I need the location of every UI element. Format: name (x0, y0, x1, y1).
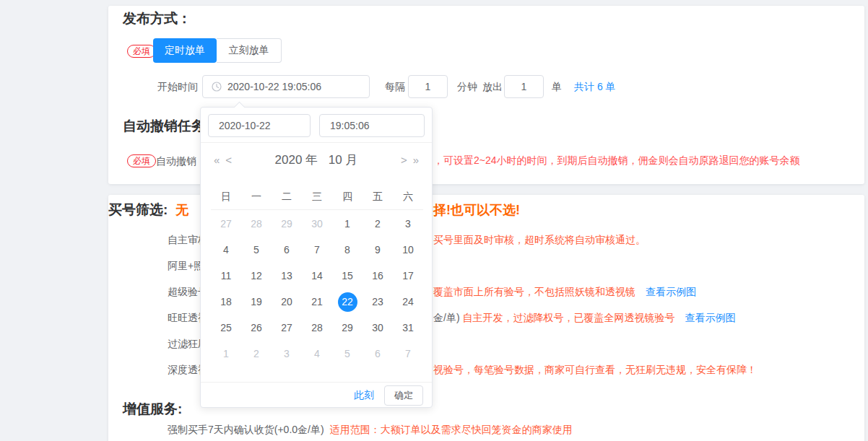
minutes-label: 分钟 (457, 75, 477, 98)
weekday-label: 二 (272, 183, 302, 209)
calendar-day[interactable]: 29 (332, 315, 363, 341)
calendar-day[interactable]: 7 (302, 237, 332, 263)
now-button[interactable]: 此刻 (354, 389, 374, 402)
note-fragment: 金/单) (433, 312, 460, 323)
weekday-label: 一 (241, 183, 272, 209)
required-badge: 必填 (127, 154, 156, 167)
picker-time-input[interactable]: 19:05:06 (319, 114, 425, 137)
calendar-day[interactable]: 21 (302, 289, 332, 315)
required-badge: 必填 (127, 45, 156, 58)
calendar-day[interactable]: 19 (241, 289, 272, 315)
release-count-input[interactable]: 1 (504, 75, 544, 98)
year-link[interactable]: 2020 年 (275, 153, 318, 167)
calendar-day[interactable]: 17 (393, 263, 423, 289)
next-year-button[interactable]: » (413, 154, 419, 166)
calendar-day[interactable]: 9 (363, 237, 393, 263)
auto-cancel-note: ，可设置2~24小时的时间，到期后自动撤销，佣金则会自动原路退回您的账号余额 (433, 154, 800, 167)
calendar-day[interactable]: 23 (363, 289, 393, 315)
calendar-day[interactable]: 7 (393, 341, 423, 367)
every-label: 每隔 (385, 75, 405, 98)
calendar-day[interactable]: 5 (241, 237, 272, 263)
addon-row-label-text: 强制买手7天内确认收货(+0.0金/单) (168, 424, 324, 435)
calendar-day[interactable]: 18 (211, 289, 241, 315)
picker-year-month: 2020 年 10 月 (232, 152, 401, 168)
cancel-section-title: 自动撤销任务 (123, 118, 205, 134)
picker-nav: « < 2020 年 10 月 > » (201, 142, 432, 177)
calendar-day[interactable]: 31 (393, 315, 423, 341)
calendar-day[interactable]: 27 (272, 315, 302, 341)
filter-row-note: 买号里面及时审核，超时系统将自动审核通过。 (433, 232, 646, 247)
addon-row-note: 适用范围：大额订单以及需求尽快回笼资金的商家使用 (330, 424, 573, 435)
calendar-day[interactable]: 8 (332, 237, 363, 263)
calendar-day[interactable]: 2 (363, 211, 393, 237)
calendar-day[interactable]: 11 (211, 263, 241, 289)
prev-month-button[interactable]: < (225, 154, 232, 166)
weekday-label: 三 (302, 183, 332, 209)
publish-mode-tabs: 定时放单 立刻放单 (153, 38, 282, 63)
filter-hint-right: 择!也可以不选! (433, 201, 520, 219)
calendar-day[interactable]: 24 (393, 289, 423, 315)
calendar-day[interactable]: 30 (363, 315, 393, 341)
example-link[interactable]: 查看示例图 (685, 312, 736, 323)
calendar-day[interactable]: 28 (241, 211, 272, 237)
calendar-days: 2728293012345678910111213141516171819202… (211, 211, 423, 367)
calendar-day[interactable]: 28 (302, 315, 332, 341)
calendar-day[interactable]: 5 (332, 341, 363, 367)
calendar-day[interactable]: 13 (272, 263, 302, 289)
filter-row-note: 金/单)自主开发，过滤降权号，已覆盖全网透视镜验号查看示例图 (433, 310, 736, 325)
note-fragment: 覆盖市面上所有验号，不包括照妖镜和透视镜 (433, 286, 635, 297)
calendar-day[interactable]: 1 (211, 341, 241, 367)
start-time-input[interactable]: 2020-10-22 19:05:06 (202, 75, 370, 98)
calendar-day-selected[interactable]: 22 (332, 289, 363, 315)
cancel-section-header: 自动撤销任务 (123, 117, 205, 136)
calendar-day[interactable]: 4 (211, 237, 241, 263)
calendar-day[interactable]: 10 (393, 237, 423, 263)
tab-scheduled-release[interactable]: 定时放单 (153, 38, 217, 63)
calendar-day[interactable]: 20 (272, 289, 302, 315)
picker-date-input[interactable]: 2020-10-22 (208, 114, 311, 137)
next-month-button[interactable]: > (401, 154, 407, 166)
calendar-day[interactable]: 3 (272, 341, 302, 367)
tab-immediate-release[interactable]: 立刻放单 (217, 38, 282, 63)
interval-minutes-input[interactable]: 1 (408, 75, 448, 98)
filter-row-note: 覆盖市面上所有验号，不包括照妖镜和透视镜查看示例图 (433, 284, 696, 299)
addon-row-force-confirm: 强制买手7天内确认收货(+0.0金/单)适用范围：大额订单以及需求尽快回笼资金的… (108, 422, 864, 437)
clock-icon (212, 82, 222, 92)
month-link[interactable]: 10 月 (329, 153, 358, 167)
weekday-label: 五 (363, 183, 393, 209)
note-fragment: 自主开发，过滤降权号，已覆盖全网透视镜验号 (463, 312, 675, 323)
calendar-day[interactable]: 1 (332, 211, 363, 237)
calendar-day[interactable]: 25 (211, 315, 241, 341)
total-orders-link[interactable]: 共计 6 单 (574, 75, 616, 98)
publish-section-title: 发布方式： (123, 11, 191, 26)
confirm-button[interactable]: 确定 (384, 385, 423, 406)
datetime-picker-popup: 2020-10-22 19:05:06 « < 2020 年 10 月 > » … (200, 107, 433, 408)
prev-year-button[interactable]: « (214, 154, 220, 166)
start-time-value: 2020-10-22 19:05:06 (227, 81, 321, 92)
unit-label: 单 (552, 75, 562, 98)
release-count-value: 1 (521, 81, 527, 92)
picker-footer: 此刻 确定 (201, 382, 432, 409)
calendar-day[interactable]: 29 (272, 211, 302, 237)
calendar-day[interactable]: 27 (211, 211, 241, 237)
calendar-day[interactable]: 12 (241, 263, 272, 289)
calendar-day[interactable]: 30 (302, 211, 332, 237)
calendar-day[interactable]: 14 (302, 263, 332, 289)
weekday-label: 四 (332, 183, 363, 209)
calendar-day[interactable]: 6 (363, 341, 393, 367)
filter-section-title: 买号筛选: (108, 202, 168, 217)
weekday-label: 六 (393, 183, 423, 209)
addon-row-label: 强制买手7天内确认收货(+0.0金/单)适用范围：大额订单以及需求尽快回笼资金的… (168, 422, 573, 437)
calendar-day[interactable]: 26 (241, 315, 272, 341)
interval-minutes-value: 1 (425, 81, 431, 92)
weekday-label: 日 (211, 183, 241, 209)
calendar-day[interactable]: 4 (302, 341, 332, 367)
note-fragment: 买号里面及时审核，超时系统将自动审核通过。 (433, 234, 646, 245)
calendar-day[interactable]: 6 (272, 237, 302, 263)
calendar-day[interactable]: 15 (332, 263, 363, 289)
example-link[interactable]: 查看示例图 (646, 286, 696, 297)
calendar-day[interactable]: 3 (393, 211, 423, 237)
calendar-day[interactable]: 2 (241, 341, 272, 367)
publish-section-header: 发布方式： (123, 9, 191, 28)
calendar-day[interactable]: 16 (363, 263, 393, 289)
